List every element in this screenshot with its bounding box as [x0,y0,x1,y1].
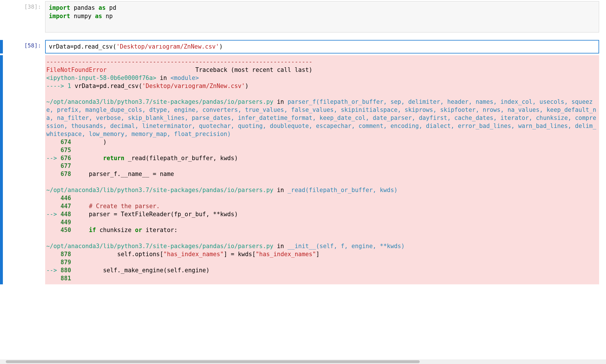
traceback-output[interactable]: ----------------------------------------… [45,55,599,284]
input-prompt: [38]: [5,1,45,32]
code-editor[interactable]: vrData=pd.read_csv('Desktop/varıogram/Zn… [45,40,599,53]
cell-selection-bar [0,1,3,32]
jupyter-notebook: [38]: import pandas as pd import numpy a… [0,0,606,284]
code-cell-58[interactable]: [58]: vrData=pd.read_csv('Desktop/varıog… [0,40,606,53]
cell-selection-bar [0,55,3,284]
cell-output-58: ----------------------------------------… [0,55,606,284]
code-editor[interactable]: import pandas as pd import numpy as np [45,1,599,32]
code-cell-38[interactable]: [38]: import pandas as pd import numpy a… [0,1,606,32]
cell-selection-bar [0,40,3,53]
input-prompt: [58]: [5,40,45,53]
output-prompt [5,55,45,284]
